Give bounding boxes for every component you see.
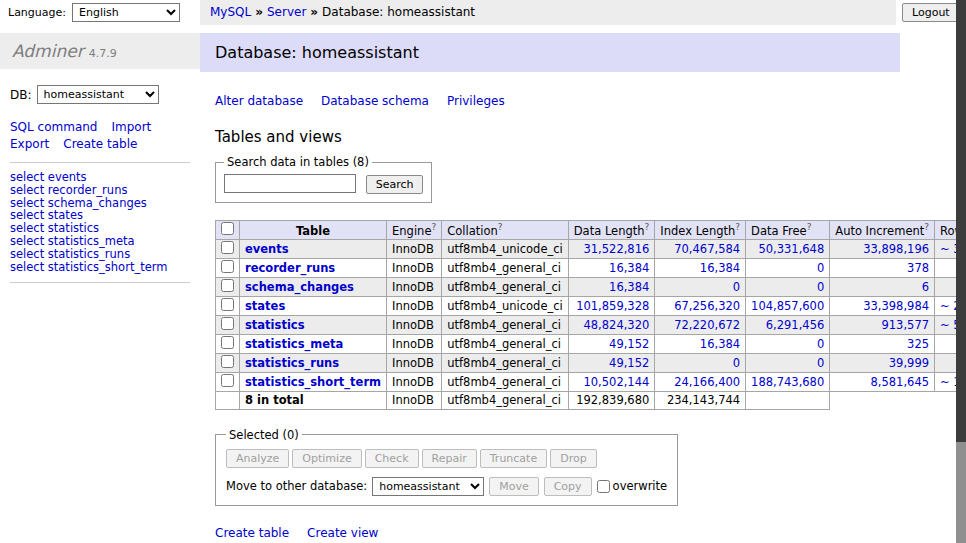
row-checkbox[interactable] (221, 298, 234, 311)
sidebar-select-table-link[interactable]: select statistics_meta (10, 235, 190, 248)
data-free-cell: 0 (746, 258, 830, 277)
column-help-link[interactable]: ? (498, 222, 503, 232)
table-name-link[interactable]: statistics_short_term (245, 375, 381, 389)
column-help-link[interactable]: ? (645, 222, 650, 232)
column-help-link[interactable]: ? (735, 222, 740, 232)
collation-cell: utf8mb4_unicode_ci (442, 296, 569, 315)
data-length-cell: 48,824,320 (568, 315, 655, 334)
data-free-cell: 0 (746, 277, 830, 296)
table-name-link[interactable]: states (245, 299, 285, 313)
footer-total-cell: 8 in total (240, 391, 387, 409)
search-button[interactable]: Search (366, 175, 424, 194)
row-checkbox[interactable] (221, 279, 234, 292)
data-length-cell: 16,384 (568, 258, 655, 277)
data-free-cell: 6,291,456 (746, 315, 830, 334)
column-help-link[interactable]: ? (924, 222, 929, 232)
row-checkbox[interactable] (221, 260, 234, 273)
move-db-select[interactable]: homeassistant (372, 477, 484, 496)
sidebar-links-row2: ExportCreate table (10, 137, 190, 152)
column-header: Data Free? (746, 220, 830, 239)
table-name-cell: statistics (240, 315, 387, 334)
db-action-link[interactable]: Database schema (321, 94, 429, 108)
app-version: 4.7.9 (89, 47, 117, 60)
breadcrumb-server-link[interactable]: Server (267, 5, 306, 19)
copy-button[interactable]: Copy (544, 477, 592, 496)
page-title: Database: homeassistant (200, 33, 900, 72)
collation-cell: utf8mb4_general_ci (442, 334, 569, 353)
create-links: Create tableCreate view (215, 526, 936, 540)
scrollbar-thumb[interactable] (956, 0, 966, 442)
db-label: DB: (10, 88, 32, 102)
selected-action-button[interactable]: Repair (422, 449, 477, 468)
table-name-link[interactable]: statistics_meta (245, 337, 343, 351)
table-name-link[interactable]: statistics (245, 318, 305, 332)
select-all-checkbox[interactable] (221, 222, 234, 235)
row-check-cell (216, 353, 240, 372)
column-header: Index Length? (655, 220, 746, 239)
engine-cell: InnoDB (387, 334, 442, 353)
sidebar-link[interactable]: Import (111, 120, 151, 134)
table-header-row: TableEngine?Collation?Data Length?Index … (216, 220, 966, 239)
search-input[interactable] (224, 174, 356, 193)
sidebar-select-table-link[interactable]: select statistics_short_term (10, 261, 190, 274)
data-length-cell: 49,152 (568, 334, 655, 353)
sidebar-link[interactable]: SQL command (10, 120, 97, 134)
selected-action-button[interactable]: Check (365, 449, 419, 468)
sidebar-body: DB: homeassistant SQL commandImport Expo… (0, 69, 200, 283)
sidebar-link[interactable]: Export (10, 137, 49, 151)
column-header: Data Length? (568, 220, 655, 239)
data-length-cell: 101,859,328 (568, 296, 655, 315)
logout-button[interactable]: Logout (902, 3, 960, 22)
sidebar-select-table-link[interactable]: select recorder_runs (10, 184, 190, 197)
table-name-link[interactable]: events (245, 242, 289, 256)
row-checkbox[interactable] (221, 336, 234, 349)
data-free-cell: 0 (746, 334, 830, 353)
footer-data-length-cell: 192,839,680 (568, 391, 655, 409)
table-name-link[interactable]: schema_changes (245, 280, 354, 294)
row-check-cell (216, 258, 240, 277)
db-action-link[interactable]: Alter database (215, 94, 303, 108)
vertical-scrollbar[interactable] (956, 0, 966, 543)
table-row: statistics_runs InnoDB utf8mb4_general_c… (216, 353, 966, 372)
create-link[interactable]: Create view (307, 526, 378, 540)
selected-action-button[interactable]: Drop (550, 449, 596, 468)
overwrite-checkbox[interactable] (597, 480, 610, 493)
row-checkbox[interactable] (221, 355, 234, 368)
data-length-cell: 10,502,144 (568, 372, 655, 391)
sidebar-select-table-link[interactable]: select statistics_runs (10, 248, 190, 261)
selected-action-button[interactable]: Analyze (226, 449, 289, 468)
table-name-link[interactable]: statistics_runs (245, 356, 339, 370)
table-name-link[interactable]: recorder_runs (245, 261, 335, 275)
create-link[interactable]: Create table (215, 526, 289, 540)
data-length-cell: 49,152 (568, 353, 655, 372)
selected-legend: Selected (0) (226, 428, 302, 442)
selected-action-button[interactable]: Optimize (292, 449, 361, 468)
selected-action-button[interactable]: Truncate (480, 449, 547, 468)
column-header-label: Engine (392, 223, 431, 237)
row-check-cell (216, 239, 240, 258)
breadcrumb-separator: » (310, 5, 318, 19)
column-header-label: Collation (447, 223, 498, 237)
collation-cell: utf8mb4_general_ci (442, 258, 569, 277)
column-header-label: Data Length (574, 223, 645, 237)
data-length-cell: 31,522,816 (568, 239, 655, 258)
move-button[interactable]: Move (489, 477, 539, 496)
app-header: Adminer4.7.9 (0, 33, 200, 69)
breadcrumb-mysql-link[interactable]: MySQL (210, 5, 251, 19)
row-checkbox[interactable] (221, 241, 234, 254)
sidebar-link[interactable]: Create table (63, 137, 137, 151)
column-help-link[interactable]: ? (807, 222, 812, 232)
column-header: Auto Increment? (830, 220, 935, 239)
app-logo-link[interactable]: Adminer (12, 41, 84, 61)
row-checkbox[interactable] (221, 317, 234, 330)
sidebar-select-table-link[interactable]: select events (10, 171, 190, 184)
db-action-link[interactable]: Privileges (447, 94, 505, 108)
breadcrumb-separator: » (255, 5, 263, 19)
engine-cell: InnoDB (387, 372, 442, 391)
language-select[interactable]: English (72, 3, 180, 22)
footer-data-free-cell (746, 391, 830, 409)
db-select[interactable]: homeassistant (37, 85, 159, 104)
column-help-link[interactable]: ? (431, 222, 436, 232)
row-checkbox[interactable] (221, 374, 234, 387)
collation-cell: utf8mb4_unicode_ci (442, 239, 569, 258)
